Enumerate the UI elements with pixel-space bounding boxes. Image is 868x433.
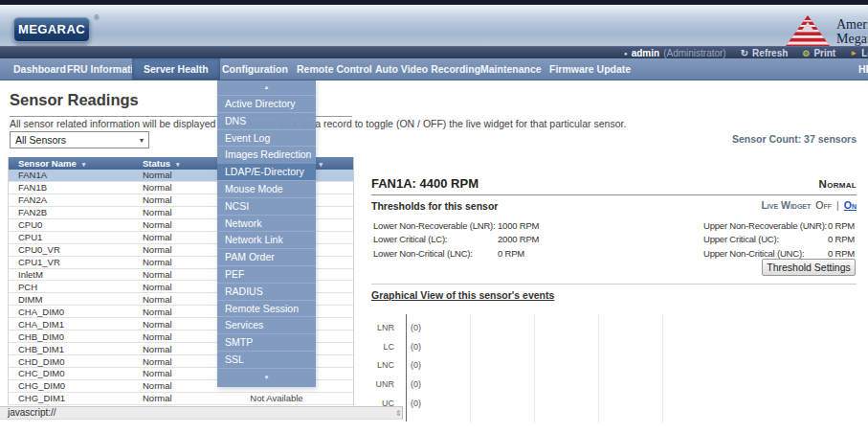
threshold-row: Lower Critical (LC): 2000 RPM (373, 233, 539, 247)
user-role: (Administrator) (663, 48, 726, 58)
status-cell: Normal (143, 307, 229, 317)
column-header-status[interactable]: Status▾ (143, 158, 229, 169)
threshold-label: Upper Critical (UC): (703, 234, 826, 244)
menu-item[interactable]: PAM Order (217, 248, 316, 265)
graph-row: UNR (0) (366, 375, 421, 394)
threshold-label: Upper Non-Critical (UNC): (703, 248, 826, 259)
sensor-filter-select[interactable]: All Sensors ▾ (10, 131, 149, 148)
menu-item[interactable]: SSL (217, 351, 316, 368)
graph-row: LC (0) (366, 337, 421, 356)
refresh-icon: ↻ (741, 48, 748, 58)
browser-status-bar: javascript:// ⇕ (0, 406, 403, 420)
divider (371, 194, 857, 195)
threshold-value: 0 RPM (826, 220, 855, 231)
status-cell: Normal (143, 282, 229, 292)
nav-item[interactable]: Server Health (132, 58, 220, 80)
ami-brand-text: American Megatrends (836, 15, 868, 46)
threshold-settings-button[interactable]: Threshold Settings (762, 259, 856, 276)
menu-item[interactable]: Network (217, 215, 316, 232)
american-megatrends-logo: American Megatrends (786, 15, 868, 46)
logged-in-user: ● admin (Administrator) (624, 48, 726, 58)
status-cell: Normal (143, 244, 229, 255)
lower-thresholds: Lower Non-Recoverable (LNR): 1000 RPM Lo… (373, 218, 539, 261)
graph-row-label: UC (366, 399, 402, 408)
status-cell: Normal (143, 232, 229, 242)
table-row[interactable]: CHG_DIM1 Normal Not Available (9, 393, 353, 405)
sensor-name-cell: CHA_DIM1 (9, 319, 143, 330)
threshold-label: Lower Non-Critical (LNC): (373, 248, 498, 259)
nav-item-help[interactable]: HELP (858, 58, 868, 80)
threshold-row: Upper Critical (UC): 0 RPM (703, 233, 855, 247)
menu-item[interactable]: Services (217, 316, 316, 333)
sensor-name-cell: CHG_DIM0 (9, 380, 143, 391)
graph-row-count: (0) (402, 379, 421, 389)
main-nav: Dashboard FRU Information Server Health … (0, 58, 868, 80)
sensor-name-cell: InletM (9, 269, 143, 280)
sensor-state-badge: Normal (819, 178, 857, 190)
sensor-name-cell: PCH (9, 282, 143, 292)
configuration-dropdown-menu: ▴ Active Directory DNS Event Log Images … (217, 80, 316, 387)
graph-row: LNC (0) (366, 356, 421, 376)
thresholds-heading: Thresholds for this sensor (371, 200, 498, 212)
status-cell: Normal (143, 294, 229, 305)
menu-item[interactable]: Images Redirection (217, 146, 316, 163)
threshold-value: 2000 RPM (498, 234, 539, 244)
print-button[interactable]: ⚙ Print (802, 48, 835, 58)
graph-row-count: (0) (402, 360, 421, 370)
gridline (598, 314, 599, 423)
menu-item[interactable]: RADIUS (217, 283, 316, 300)
menu-item[interactable]: SMTP (217, 333, 316, 351)
menu-scroll-up-icon[interactable]: ▴ (217, 80, 316, 95)
menu-item[interactable]: PEF (217, 265, 316, 283)
threshold-row: Upper Non-Recoverable (UNR): 0 RPM (703, 218, 855, 233)
menu-item[interactable]: LDAP/E-Directory (217, 163, 316, 180)
sensor-name-cell: FAN1B (9, 182, 143, 193)
divider (371, 284, 857, 285)
sensor-name-cell: CHB_DIM0 (9, 331, 143, 342)
gridline (470, 314, 471, 423)
username: admin (632, 48, 659, 58)
graph-row-label: UNR (366, 379, 402, 389)
logout-button[interactable]: ► Logout (850, 48, 868, 58)
filter-selected-value: All Sensors (15, 134, 66, 146)
live-widget-on-link[interactable]: On (844, 199, 857, 211)
sensor-name-cell: FAN2A (9, 194, 143, 205)
menu-item[interactable]: Network Link (217, 231, 316, 248)
graph-heading: Graphical View of this sensor's events (371, 289, 554, 301)
live-widget-off-link[interactable]: Off (815, 199, 832, 211)
threshold-row: Lower Non-Recoverable (LNR): 1000 RPM (373, 218, 539, 233)
upper-thresholds: Upper Non-Recoverable (UNR): 0 RPM Upper… (703, 218, 855, 261)
graph-row-label: LNC (366, 360, 402, 370)
sensor-name-cell: CPU1_VR (9, 257, 143, 267)
sensor-name-cell: CHB_DIM1 (9, 344, 143, 354)
status-cell: Normal (143, 344, 229, 354)
refresh-button[interactable]: ↻ Refresh (741, 48, 789, 58)
threshold-value: 0 RPM (826, 234, 855, 244)
gridline (662, 314, 663, 423)
status-cell: Normal (143, 331, 229, 342)
status-cell: Normal (143, 219, 229, 230)
threshold-label: Upper Non-Recoverable (UNR): (703, 220, 826, 231)
status-cell: Normal (143, 393, 229, 403)
status-cell: Normal (143, 380, 229, 391)
banner: MEGARAC ® MEGARAC American Megatrends (0, 5, 868, 46)
sensor-name-cell: FAN1A (9, 170, 143, 180)
menu-scroll-down-icon[interactable]: ▾ (217, 368, 316, 387)
sort-icon: ▾ (82, 161, 86, 168)
column-header-sensor-name[interactable]: Sensor Name▾ (9, 158, 143, 169)
nav-item[interactable]: Firmware Update (538, 58, 642, 80)
live-widget-label: Live Widget (761, 199, 811, 211)
sort-icon: ▾ (176, 161, 180, 168)
menu-item[interactable]: Remote Session (217, 300, 316, 317)
menu-item[interactable]: NCSI (217, 197, 316, 215)
menu-item[interactable]: DNS (217, 112, 316, 129)
graph-row: LNR (0) (366, 318, 421, 337)
menu-item[interactable]: Mouse Mode (217, 180, 316, 197)
sensor-name-cell: DIMM (9, 294, 143, 305)
menu-item[interactable]: Active Directory (217, 95, 316, 112)
registered-trademark-icon: ® (94, 13, 100, 22)
live-widget-toggle: Live Widget Off | On (761, 199, 857, 211)
status-cell: Normal (143, 194, 229, 205)
chevron-down-icon: ▾ (140, 136, 144, 145)
menu-item[interactable]: Event Log (217, 129, 316, 147)
